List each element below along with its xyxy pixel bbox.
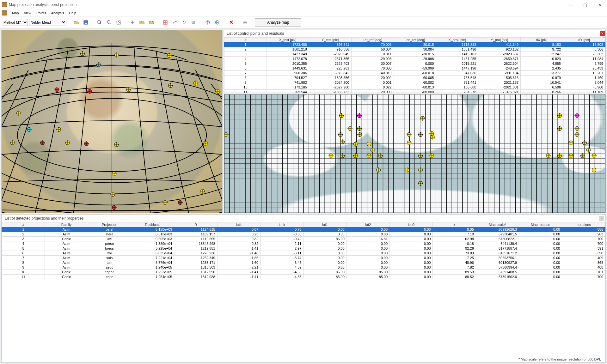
open-file-button[interactable] — [72, 18, 80, 27]
control-point[interactable] — [112, 172, 116, 176]
proj-col-header[interactable]: Residuals — [131, 222, 174, 227]
menu-analysis[interactable]: Analysis — [49, 10, 67, 15]
menu-points[interactable]: Points — [34, 10, 49, 15]
reference-point[interactable] — [367, 154, 371, 158]
zoom-out-button[interactable] — [105, 18, 113, 27]
proj-col-header[interactable]: # — [2, 222, 45, 227]
cp-row[interactable]: 11269.544-1365.73220.000-80.000261.278-1… — [224, 90, 605, 93]
projections-grid[interactable]: #FamilyProjectionResidualsRlatklonklat1l… — [2, 222, 605, 356]
reference-point[interactable] — [430, 154, 434, 158]
cp-row[interactable]: 11723.486-395.84170.006-30.0151715.333-4… — [224, 42, 605, 47]
globe-button[interactable] — [213, 18, 221, 27]
proj-col-header[interactable]: Family — [45, 222, 88, 227]
control-point[interactable] — [200, 189, 205, 193]
proj-row[interactable]: 1Azimpersf5.150e+031124.815-0.07-0.730.0… — [2, 227, 605, 232]
cp-col-header[interactable]: X_proj [pix] — [436, 38, 478, 42]
proj-col-header[interactable]: Map rotation — [519, 222, 562, 227]
control-point[interactable] — [111, 192, 115, 197]
control-point[interactable] — [163, 200, 167, 205]
cp-row[interactable]: 41472.078-2671.355-29.998-29.9981461.255… — [224, 57, 605, 61]
analyze-map-button[interactable]: Analyze map — [255, 18, 301, 27]
cp-row[interactable]: 8794.527-1503.85620.002-60.005783.548-15… — [224, 76, 605, 80]
cp-col-header[interactable]: Y_proj [pix] — [478, 38, 521, 42]
reference-point[interactable] — [407, 141, 411, 145]
projections-close-button[interactable]: ✕ — [599, 216, 604, 221]
control-point[interactable] — [55, 88, 59, 92]
reference-point[interactable] — [546, 154, 550, 158]
cp-col-header[interactable]: # — [224, 38, 267, 42]
proj-col-header[interactable]: Iterations — [562, 222, 605, 227]
reference-point[interactable] — [358, 132, 362, 137]
reference-point[interactable] — [353, 142, 358, 146]
proj-row[interactable]: 7Azimsolo7.221e+041262.349-1.86-3.740.00… — [2, 256, 605, 260]
proj-row[interactable]: 8Azimjam8.776e+041253.171-1.60-3.460.000… — [2, 260, 605, 265]
reference-point[interactable] — [575, 132, 579, 137]
add-point-button[interactable]: + — [128, 18, 137, 27]
control-point[interactable] — [114, 143, 119, 147]
reference-point[interactable] — [557, 113, 562, 118]
reference-point[interactable] — [592, 154, 596, 158]
control-point[interactable] — [10, 141, 15, 145]
cp-col-header[interactable]: Lat_ref [deg] — [351, 38, 394, 42]
reference-point[interactable] — [340, 140, 345, 144]
proj-col-header[interactable]: latk — [217, 222, 260, 227]
reference-point[interactable] — [580, 154, 585, 158]
window-close-button[interactable]: ✕ — [592, 0, 607, 9]
reference-point[interactable] — [418, 181, 423, 185]
control-point[interactable] — [40, 141, 45, 145]
reference-point[interactable] — [348, 126, 352, 131]
cp-row[interactable]: 9741.982-2024.2000.001-60.002731.441-202… — [224, 80, 605, 85]
control-point[interactable] — [126, 88, 131, 92]
reference-point[interactable] — [418, 168, 423, 172]
reference-point[interactable] — [418, 154, 423, 158]
reference-point[interactable] — [557, 126, 562, 131]
reference-map-view[interactable] — [224, 94, 605, 213]
control-point[interactable] — [193, 81, 198, 85]
export-points-button[interactable] — [147, 18, 156, 27]
proj-row[interactable]: 9Azimaeqd1.240e+051313.503-2.21-4.520.00… — [2, 265, 605, 270]
proj-col-header[interactable]: k — [433, 222, 476, 227]
proj-row[interactable]: 3Coniclcc9.605e+031119.5650.82-0.4285.00… — [2, 237, 605, 241]
cp-col-header[interactable]: X_test [pix] — [267, 38, 309, 42]
reference-point[interactable] — [569, 154, 573, 158]
control-point[interactable] — [168, 83, 173, 88]
save-button[interactable] — [82, 18, 90, 27]
control-point[interactable] — [57, 127, 61, 132]
proj-row[interactable]: 6Azimtwi6.035e+041228.236-1.48-3.110.000… — [2, 251, 605, 256]
proj-row[interactable]: 4Azimpersn1.589e+0413848.998-0.82-2.110.… — [2, 241, 605, 246]
zoom-extent-button[interactable] — [114, 18, 123, 27]
proj-col-header[interactable]: R — [174, 222, 217, 227]
reference-point[interactable] — [582, 141, 587, 145]
control-point[interactable] — [114, 53, 119, 57]
menu-view[interactable]: View — [21, 10, 34, 15]
cp-row[interactable]: 61449.631-225.26170.000-59.9991447.196-2… — [224, 66, 605, 71]
algorithm-select[interactable]: Nelder-Mead — [29, 19, 66, 26]
proj-col-header[interactable]: lat1 — [304, 222, 346, 227]
cp-row[interactable]: 31427.348-2023.9490.011-30.0151415.101-2… — [224, 52, 605, 57]
reference-point[interactable] — [592, 168, 596, 172]
proj-row[interactable]: 2Azimstere6.613e+031109.1570.23-0.330.00… — [2, 232, 605, 237]
proj-col-header[interactable]: Projection — [88, 222, 131, 227]
control-points-close-button[interactable]: ✕ — [600, 31, 605, 36]
control-point[interactable] — [167, 53, 171, 58]
grid-toggle-button[interactable] — [161, 18, 169, 27]
proj-col-header[interactable]: lonk — [261, 222, 304, 227]
control-point[interactable] — [178, 200, 182, 205]
control-point[interactable] — [88, 89, 92, 94]
cp-row[interactable]: 52010.356-2629.403-30.0070.0002015.221-2… — [224, 61, 605, 66]
cp-col-header[interactable]: dX [pix] — [521, 38, 563, 42]
reference-point[interactable] — [407, 132, 411, 137]
import-points-button[interactable] — [138, 18, 146, 27]
reference-point[interactable] — [371, 148, 375, 152]
reference-point[interactable] — [575, 126, 579, 131]
cp-col-header[interactable]: dY [pix] — [563, 38, 605, 42]
cp-row[interactable]: 7960.306-975.84240.019-60.018947.030-991… — [224, 71, 605, 76]
control-point[interactable] — [96, 63, 101, 67]
reference-point[interactable] — [378, 154, 383, 158]
historical-map-view[interactable] — [2, 30, 222, 213]
control-point[interactable] — [84, 142, 89, 146]
proj-col-header[interactable]: lon0 — [390, 222, 433, 227]
control-point[interactable] — [216, 89, 220, 94]
reference-point[interactable] — [557, 154, 562, 158]
method-select[interactable]: Method M7 — [2, 19, 28, 26]
